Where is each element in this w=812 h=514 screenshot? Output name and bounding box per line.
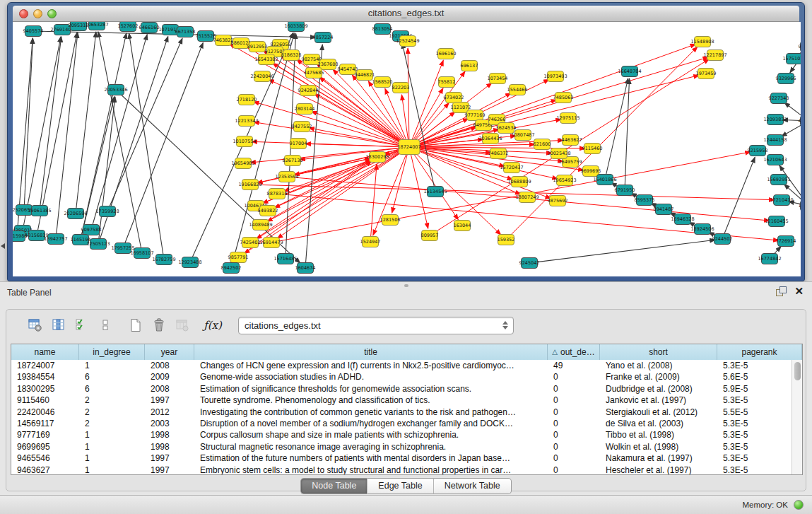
close-panel-icon[interactable]: ✕	[794, 286, 804, 296]
graph-node[interactable]: 17359928	[95, 206, 119, 217]
graph-node[interactable]: 12160455	[765, 216, 788, 227]
graph-node[interactable]: 16914479	[259, 238, 283, 248]
graph-node[interactable]: 6734022	[444, 93, 464, 103]
graph-node[interactable]: 6791950	[615, 185, 635, 196]
graph-node[interactable]: 13942757	[44, 234, 67, 245]
graph-node[interactable]: 12975115	[556, 113, 579, 124]
delete-column-button[interactable]	[151, 317, 167, 333]
graph-node[interactable]: 5493822	[258, 206, 278, 216]
graph-node[interactable]: 1281506	[380, 215, 401, 226]
graph-node[interactable]: 4071770	[799, 116, 801, 127]
graph-node[interactable]: 12093832	[763, 115, 787, 125]
tab-edge-table[interactable]: Edge Table	[367, 478, 433, 494]
graph-node[interactable]: 7726914	[776, 236, 796, 247]
graph-node[interactable]: 621600	[534, 139, 551, 150]
graph-node[interactable]: 1777063	[799, 201, 801, 211]
graph-node[interactable]: 20053346	[104, 85, 127, 95]
graph-node[interactable]: 7857224	[313, 33, 334, 43]
collapse-panel-icon[interactable]	[1, 243, 5, 249]
graph-node[interactable]: 10107554	[233, 136, 256, 147]
graph-node[interactable]: 1524947	[360, 237, 381, 247]
graph-node[interactable]: 16782759	[152, 255, 175, 265]
graph-node[interactable]: 1073454	[488, 74, 508, 84]
column-header-pagerank[interactable]: pagerank	[717, 344, 802, 360]
graph-node[interactable]: 9097588	[81, 225, 102, 235]
graph-node[interactable]: 1554469	[507, 85, 528, 95]
graph-node[interactable]: 1527602	[118, 22, 139, 32]
graph-node[interactable]: 18300295	[365, 152, 389, 163]
graph-node[interactable]: 7486372	[488, 148, 509, 159]
network-canvas[interactable]: 9405574276914062095312106532871527602646…	[13, 22, 801, 276]
select-all-columns-button[interactable]	[74, 317, 90, 333]
graph-node[interactable]: 8267130	[283, 156, 303, 166]
graph-node[interactable]: 8427552	[292, 122, 312, 132]
graph-node[interactable]: 9875692	[548, 196, 568, 206]
table-row[interactable]: 977716911998Corpus callosum shape and si…	[11, 429, 792, 440]
graph-node[interactable]: 16958107	[130, 248, 153, 259]
graph-node[interactable]: 12524549	[396, 36, 419, 47]
table-row[interactable]: 946362711997Embryonic stem cells: a mode…	[11, 465, 792, 474]
graph-node[interactable]: 9777169	[465, 110, 486, 121]
graph-node[interactable]: 19061385	[28, 206, 51, 216]
table-selector-dropdown[interactable]: citations_edges.txt	[238, 317, 514, 334]
graph-node[interactable]: 14089489	[249, 220, 272, 230]
table-row[interactable]: 969969511998Structural magnetic resonanc…	[11, 441, 792, 452]
column-header-year[interactable]: year	[145, 344, 194, 360]
graph-node[interactable]: 9857791	[228, 252, 249, 263]
float-panel-icon[interactable]	[776, 286, 786, 296]
graph-node[interactable]: 8186328	[281, 50, 302, 61]
graph-node[interactable]: 19654923	[553, 175, 576, 186]
graph-node[interactable]: 12217897	[703, 50, 726, 61]
graph-node[interactable]: 8942502	[221, 263, 242, 274]
graph-node[interactable]: 8941487	[654, 204, 674, 215]
graph-node[interactable]: 11548908	[690, 37, 714, 47]
table-row[interactable]: 1830029562008Estimation of significance …	[11, 383, 792, 395]
unselect-all-columns-button[interactable]	[98, 317, 113, 333]
graph-node[interactable]: 822203	[392, 83, 410, 93]
table-scrollbar[interactable]	[792, 360, 802, 474]
table-row[interactable]: 1938455462009Genome-wide association stu…	[11, 371, 792, 382]
column-header-title[interactable]: title	[194, 344, 548, 360]
table-row[interactable]: 1872400712008Changes of HCN gene express…	[11, 360, 792, 371]
graph-node[interactable]: 16774842	[758, 254, 781, 264]
graph-node[interactable]: 19654985	[231, 158, 254, 169]
table-row[interactable]: 2242004622012Investigating the contribut…	[11, 407, 792, 418]
column-header-out_de[interactable]: △out_de…	[548, 344, 600, 360]
graph-node[interactable]: 15720437	[500, 163, 523, 173]
graph-node[interactable]: 6466160	[139, 23, 160, 33]
graph-node[interactable]: 8595375	[635, 195, 655, 206]
graph-node[interactable]: 17210410	[770, 195, 793, 206]
delete-table-button[interactable]	[175, 317, 190, 333]
graph-node[interactable]: 15716485	[273, 254, 297, 264]
graph-node[interactable]: 1568520	[372, 77, 393, 88]
graph-node[interactable]: 18724007	[397, 140, 420, 155]
graph-node[interactable]: 18924506	[690, 224, 714, 235]
column-header-short[interactable]: short	[600, 344, 717, 360]
graph-node[interactable]: 22420046	[250, 71, 273, 82]
graph-node[interactable]: 755812	[438, 77, 456, 88]
table-options-button[interactable]	[28, 317, 43, 333]
graph-node[interactable]: 9405574	[23, 26, 44, 37]
graph-node[interactable]: 12923488	[178, 257, 201, 268]
column-header-in_degree[interactable]: in_degree	[79, 344, 145, 360]
graph-node[interactable]: 6671358	[175, 27, 196, 37]
graph-node[interactable]: 15751074	[782, 54, 801, 64]
graph-node[interactable]: 159352	[498, 235, 515, 245]
graph-node[interactable]: 2718120	[237, 95, 257, 105]
scrollbar-thumb[interactable]	[794, 362, 801, 380]
tab-network-table[interactable]: Network Table	[434, 478, 512, 494]
graph-node[interactable]: 20206596	[64, 209, 87, 219]
graph-node[interactable]: 12213343	[235, 116, 258, 127]
graph-node[interactable]: 10653287	[85, 22, 108, 30]
graph-node[interactable]: 10688809	[507, 177, 531, 187]
window-titlebar[interactable]: citations_edges.txt	[13, 6, 799, 22]
graph-node[interactable]: 15134545	[423, 187, 447, 197]
graph-node[interactable]: 9329966	[776, 74, 796, 84]
graph-node[interactable]: 16648784	[618, 66, 641, 77]
graph-node[interactable]: 3475685	[304, 68, 324, 78]
close-button[interactable]	[19, 9, 28, 18]
graph-node[interactable]: 12505123	[86, 239, 110, 250]
graph-node[interactable]: 12353594	[275, 172, 298, 182]
graph-node[interactable]: 10025438	[547, 148, 570, 159]
graph-node[interactable]: 14463627	[558, 135, 582, 146]
